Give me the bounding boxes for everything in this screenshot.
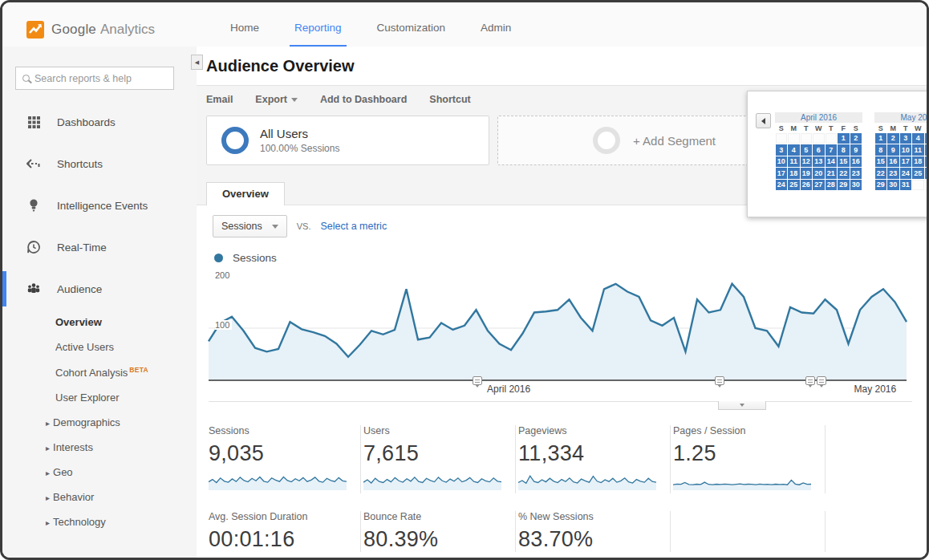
calendar-day[interactable]: 7 — [826, 144, 838, 156]
calendar-day[interactable]: 1 — [838, 133, 850, 144]
topnav-home[interactable]: Home — [214, 10, 275, 48]
subnav-item-behavior[interactable]: ▸Behavior — [2, 485, 197, 509]
calendar-day[interactable]: 22 — [875, 168, 887, 179]
calendar-day[interactable]: 15 — [875, 156, 887, 168]
beta-badge: BETA — [129, 366, 148, 374]
calendar-day[interactable]: 28 — [826, 180, 838, 191]
select-metric-link[interactable]: Select a metric — [320, 221, 387, 232]
sidebar-item-real-time[interactable]: Real-Time — [2, 226, 197, 268]
calendar-day[interactable]: 29 — [875, 180, 887, 191]
calendar-day[interactable]: 27 — [813, 180, 825, 191]
calendar-day[interactable]: 8 — [838, 144, 850, 156]
calendar-day[interactable]: 3 — [776, 144, 788, 156]
calendar-day[interactable]: 19 — [925, 156, 929, 168]
annotation-marker-icon[interactable] — [715, 376, 724, 385]
calendar-day[interactable]: 4 — [912, 133, 924, 144]
calendar-day[interactable]: 5 — [801, 144, 813, 156]
toolbar-export[interactable]: Export — [255, 94, 298, 105]
search-box[interactable] — [15, 67, 174, 90]
subnav-item-geo[interactable]: ▸Geo — [2, 460, 197, 485]
annotation-marker-icon[interactable] — [473, 376, 482, 385]
segment-all-users[interactable]: All Users 100.00% Sessions — [206, 116, 489, 165]
calendar-day[interactable]: 3 — [900, 133, 912, 144]
subnav-item-interests[interactable]: ▸Interests — [2, 435, 197, 460]
lightbulb-icon — [26, 198, 41, 213]
stat-value: 9,035 — [209, 441, 352, 466]
calendar-day-empty — [788, 133, 800, 144]
calendar-day[interactable]: 10 — [900, 144, 912, 156]
sidebar-item-audience[interactable]: Audience — [2, 268, 197, 310]
calendar-day[interactable]: 16 — [850, 156, 862, 168]
calendar-day[interactable]: 11 — [912, 144, 924, 156]
toolbar-add-to-dashboard[interactable]: Add to Dashboard — [320, 94, 407, 105]
calendar-day[interactable]: 30 — [850, 180, 862, 191]
calendar-day[interactable]: 2 — [850, 133, 862, 144]
weekday-label: M — [887, 124, 900, 132]
sidebar-item-dashboards[interactable]: Dashboards — [2, 101, 197, 143]
calendar-day[interactable]: 25 — [912, 168, 924, 179]
calendar-day[interactable]: 17 — [900, 156, 912, 168]
calendar-day[interactable]: 5 — [925, 133, 929, 144]
annotation-marker-icon[interactable] — [805, 376, 815, 385]
tab-overview[interactable]: Overview — [206, 182, 285, 205]
calendar-day[interactable]: 23 — [850, 168, 862, 179]
calendar-day[interactable]: 9 — [850, 144, 862, 156]
toolbar-email[interactable]: Email — [206, 94, 233, 105]
annotation-marker-icon[interactable] — [817, 376, 826, 385]
topnav-customization[interactable]: Customization — [361, 10, 462, 48]
primary-metric-dropdown[interactable]: Sessions — [213, 215, 287, 237]
calendar-weekday-header: SMTWTFS — [775, 124, 862, 132]
sidebar-item-intelligence-events[interactable]: Intelligence Events — [2, 185, 197, 226]
calendar-day[interactable]: 11 — [788, 156, 800, 168]
toolbar-shortcut[interactable]: Shortcut — [429, 94, 470, 105]
subnav-item-technology[interactable]: ▸Technology — [2, 509, 197, 534]
subnav-item-cohort-analysis[interactable]: Cohort AnalysisBETA — [2, 359, 197, 385]
calendar-day[interactable]: 12 — [801, 156, 813, 168]
subnav-item-demographics[interactable]: ▸Demographics — [2, 410, 197, 435]
calendar-day[interactable]: 25 — [788, 180, 800, 191]
calendar-day[interactable]: 16 — [887, 156, 899, 168]
topnav-reporting[interactable]: Reporting — [278, 10, 358, 48]
google-analytics-logo[interactable]: Google Analytics — [26, 21, 209, 39]
calendar-day[interactable]: 15 — [838, 156, 850, 168]
calendar-day[interactable]: 8 — [875, 144, 887, 156]
annotations-toggle-button[interactable] — [718, 401, 766, 410]
calendar-day[interactable]: 9 — [887, 144, 899, 156]
sidebar-nav: DashboardsShortcutsIntelligence EventsRe… — [2, 101, 197, 310]
calendar-day[interactable]: 14 — [826, 156, 838, 168]
calendar-day[interactable]: 17 — [776, 168, 788, 179]
page-title: Audience Overview — [197, 47, 927, 85]
calendar-day[interactable]: 26 — [925, 168, 929, 179]
calendar-day[interactable]: 26 — [801, 180, 813, 191]
search-icon — [22, 75, 30, 82]
calendar-day[interactable]: 18 — [912, 156, 924, 168]
weekday-label: T — [899, 124, 912, 132]
subnav-item-overview[interactable]: Overview — [2, 310, 197, 335]
search-input[interactable] — [34, 73, 163, 84]
calendar-day[interactable]: 13 — [813, 156, 825, 168]
calendar-day[interactable]: 4 — [788, 144, 800, 156]
calendar-day[interactable]: 2 — [887, 133, 899, 144]
topnav-admin[interactable]: Admin — [464, 10, 527, 48]
calendar-day[interactable]: 24 — [776, 180, 788, 191]
calendar-day[interactable]: 30 — [887, 180, 899, 191]
calendar-prev-month-button[interactable] — [756, 113, 771, 128]
sidebar-collapse-button[interactable]: ◀ — [191, 55, 203, 70]
calendar-day[interactable]: 29 — [838, 180, 850, 191]
calendar-day[interactable]: 1 — [875, 133, 887, 144]
calendar-day[interactable]: 18 — [788, 168, 800, 179]
calendar-day[interactable]: 23 — [887, 168, 899, 179]
subnav-item-active-users[interactable]: Active Users — [2, 335, 197, 359]
calendar-day[interactable]: 31 — [900, 180, 912, 191]
calendar-day[interactable]: 19 — [801, 168, 813, 179]
calendar-day[interactable]: 20 — [813, 168, 825, 179]
calendar-month-title: May 2016 — [874, 112, 929, 123]
calendar-day[interactable]: 24 — [900, 168, 912, 179]
subnav-item-user-explorer[interactable]: User Explorer — [2, 385, 197, 410]
calendar-day[interactable]: 12 — [925, 144, 929, 156]
calendar-day[interactable]: 10 — [776, 156, 788, 168]
calendar-day[interactable]: 22 — [838, 168, 850, 179]
calendar-day[interactable]: 6 — [813, 144, 825, 156]
sidebar-item-shortcuts[interactable]: Shortcuts — [2, 143, 197, 185]
calendar-day[interactable]: 21 — [826, 168, 838, 179]
